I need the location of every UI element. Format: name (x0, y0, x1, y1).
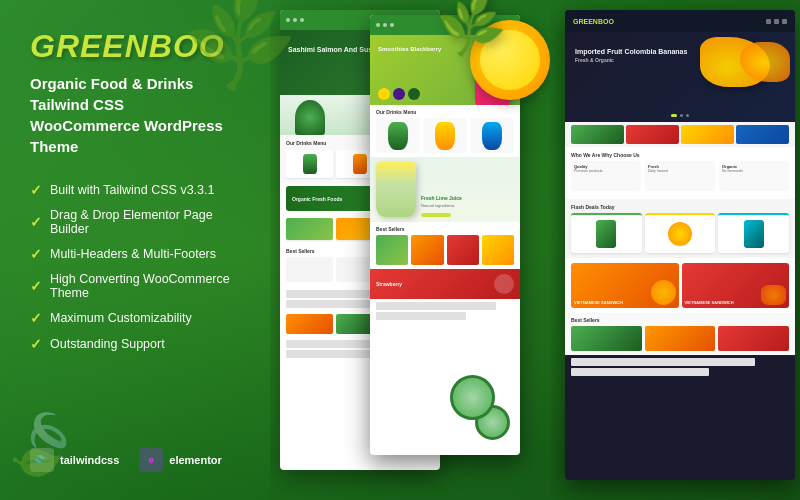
right-why-section: Who We Are Why Choose Us Quality Premium… (565, 147, 795, 199)
check-icon: ✓ (30, 214, 42, 230)
features-list: ✓ Built with Tailwind CSS v3.3.1 ✓ Drag … (30, 177, 240, 428)
brand-logo: GREENBOO (30, 28, 240, 65)
tailwind-icon (30, 448, 54, 472)
elementor-logo: e elementor (139, 448, 222, 472)
lime-slice-1 (450, 375, 495, 420)
check-icon: ✓ (30, 336, 42, 352)
header-dot (782, 19, 787, 24)
main-container: 🌿 🍃 GREENBOO Organic Food & Drinks Tailw… (0, 0, 800, 500)
iced-drink-img (376, 162, 416, 217)
flash-item (571, 213, 642, 253)
list-item: ✓ Maximum Customizability (30, 305, 240, 331)
check-icon: ✓ (30, 246, 42, 262)
flash-item (645, 213, 716, 253)
product-item (286, 150, 333, 178)
elementor-icon: e (139, 448, 163, 472)
row-product (286, 218, 333, 240)
sandwich-item-2: VIETNAMESE SANDWICH (682, 263, 790, 308)
partner-logos: tailwindcss e elementor (30, 448, 240, 472)
drinks-menu: Our Drinks Menu (370, 105, 520, 157)
header-dot (766, 19, 771, 24)
berry-fruit (393, 88, 405, 100)
drink-item (470, 118, 514, 153)
header-dots (766, 19, 787, 24)
list-item: ✓ Multi-Headers & Multi-Footers (30, 241, 240, 267)
lemon-fruit (378, 88, 390, 100)
left-panel: 🌿 🍃 GREENBOO Organic Food & Drinks Tailw… (0, 0, 270, 500)
check-icon: ✓ (30, 182, 42, 198)
lime-fruit (408, 88, 420, 100)
iced-drink-section: Fresh Lime Juice Natural ingredients (370, 157, 520, 222)
drink-item (423, 118, 467, 153)
middle-panel: 🌿 Sashimi Salmon And Sushi Who Are We Fr… (270, 0, 550, 500)
nav-dot (286, 18, 290, 22)
right-hero-title: Imported Fruit Colombia Bananas Fresh & … (575, 47, 687, 64)
info-box: Organic No chemicals (719, 161, 789, 191)
list-item: ✓ Outstanding Support (30, 331, 240, 357)
flash-deals: Flash Deals Today (565, 199, 795, 258)
right-preview-header: GREENBOO (565, 10, 795, 32)
list-item: ✓ High Converting WooCommerce Theme (30, 267, 240, 305)
right-hero: Imported Fruit Colombia Bananas Fresh & … (565, 32, 795, 122)
right-panel: GREENBOO Imported Fruit Colombia Bananas… (550, 0, 800, 500)
list-item: ✓ Drag & Drop Elementor Page Builder (30, 203, 240, 241)
fruit-items (378, 88, 420, 100)
check-icon: ✓ (30, 278, 42, 294)
check-icon: ✓ (30, 310, 42, 326)
header-dot (774, 19, 779, 24)
nav-dot (300, 18, 304, 22)
sandwich-item-1: VIETNAMESE SANDWICH (571, 263, 679, 308)
info-box: Fresh Daily harvest (645, 161, 715, 191)
info-box: Quality Premium products (571, 161, 641, 191)
tagline: Organic Food & Drinks Tailwind CSS WooCo… (30, 73, 240, 157)
tailwindcss-logo: tailwindcss (30, 448, 119, 472)
drink-item (376, 118, 420, 153)
hero-text: Sashimi Salmon And Sushi (288, 45, 378, 55)
sandwich-section: VIETNAMESE SANDWICH VIETNAMESE SANDWICH (565, 258, 795, 313)
preview-right-site: GREENBOO Imported Fruit Colombia Bananas… (565, 10, 795, 480)
nav-dot (293, 18, 297, 22)
list-item: ✓ Built with Tailwind CSS v3.3.1 (30, 177, 240, 203)
flash-item (718, 213, 789, 253)
